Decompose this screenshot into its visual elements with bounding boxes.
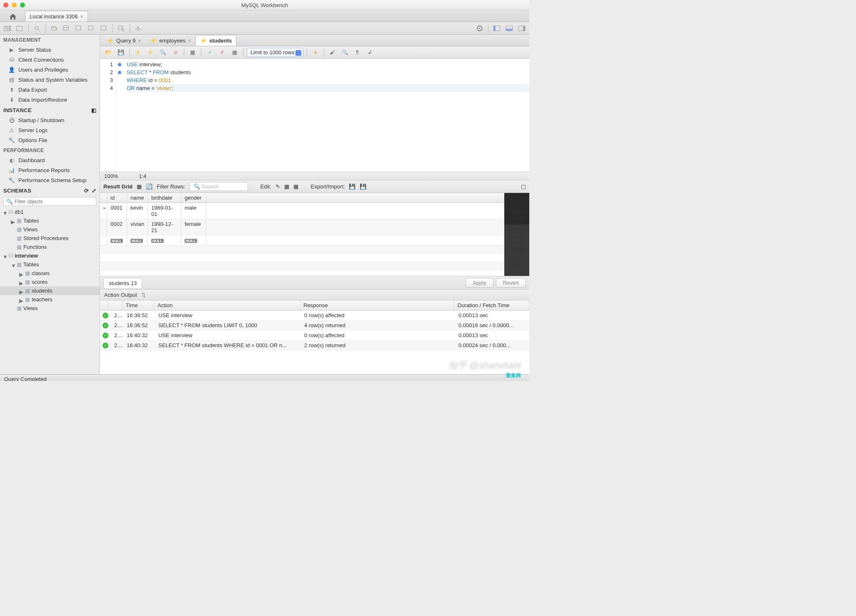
revert-button[interactable]: Revert: [496, 278, 526, 288]
execute-icon[interactable]: ⚡: [133, 48, 143, 57]
save-icon[interactable]: 💾: [116, 48, 126, 57]
invisible-chars-icon[interactable]: ¶: [353, 48, 363, 57]
grid-row[interactable]: ▸ 0001 kevin 1989-01-01 male: [100, 203, 504, 219]
close-tab-icon[interactable]: ×: [188, 38, 191, 44]
action-output-label[interactable]: Action Output: [104, 292, 137, 298]
commit-icon[interactable]: ✓: [205, 48, 215, 57]
sidebar-item-options[interactable]: 🔧Options File: [0, 135, 100, 145]
toggle-autocommit-icon[interactable]: ▦: [188, 48, 198, 57]
column-birthdate[interactable]: birthdate: [148, 193, 181, 203]
sidebar-item-data-export[interactable]: ⬆Data Export: [0, 85, 100, 95]
home-button[interactable]: [3, 12, 23, 22]
tree-db1-fn[interactable]: ▦Functions: [0, 243, 100, 251]
col-time[interactable]: Time: [123, 300, 154, 310]
col-response[interactable]: Response: [300, 300, 454, 310]
tree-db1-tables[interactable]: ▶▦Tables: [0, 216, 100, 225]
wrap-cell-icon[interactable]: ▢: [521, 183, 526, 190]
add-row-icon[interactable]: ▦: [284, 183, 289, 190]
tree-interview[interactable]: ▼⛁interview: [0, 251, 100, 260]
column-name[interactable]: name: [127, 193, 148, 203]
sidebar-item-users[interactable]: 👤Users and Privileges: [0, 65, 100, 75]
refresh-icon[interactable]: 🔄: [146, 183, 153, 190]
grid-row-null[interactable]: NULL NULL NULL NULL: [100, 235, 504, 245]
tree-students[interactable]: ▶▦students: [0, 286, 100, 295]
rollback-icon[interactable]: ✗: [217, 48, 227, 57]
sidebar-item-client-connections[interactable]: ⛁Client Connections: [0, 55, 100, 65]
column-id[interactable]: id: [107, 193, 127, 203]
sidebar-item-startup[interactable]: ⏻Startup / Shutdown: [0, 115, 100, 125]
beautify-icon[interactable]: 🖌: [328, 48, 338, 57]
toggle-icon[interactable]: ▦: [230, 48, 240, 57]
close-tab-icon[interactable]: ×: [80, 14, 83, 20]
sidebar-item-dashboard[interactable]: ◐Dashboard: [0, 155, 100, 165]
panel-right-icon[interactable]: [517, 24, 527, 33]
schema-filter-input[interactable]: [15, 199, 93, 205]
find-icon[interactable]: 🔍: [340, 48, 350, 57]
execute-current-icon[interactable]: ⚡: [145, 48, 155, 57]
filter-rows-input[interactable]: 🔍 Search: [190, 182, 248, 191]
grid-icon[interactable]: ▦: [137, 183, 142, 190]
sidebar-item-status-vars[interactable]: ▤Status and System Variables: [0, 75, 100, 85]
col-duration[interactable]: Duration / Fetch Time: [454, 300, 529, 310]
tab-query9[interactable]: ⚡Query 9×: [103, 35, 145, 46]
delete-row-icon[interactable]: ▦: [293, 183, 298, 190]
panel-bottom-icon[interactable]: [504, 24, 514, 33]
zoom-level[interactable]: 100%: [104, 173, 118, 179]
tree-int-tables[interactable]: ▼▦Tables: [0, 260, 100, 269]
tree-db1-views[interactable]: ▦Views: [0, 225, 100, 234]
tab-employees[interactable]: ⚡employees×: [145, 35, 195, 46]
edit-row-icon[interactable]: ✎: [275, 183, 280, 190]
import-icon[interactable]: 💾: [360, 183, 366, 190]
favorite-icon[interactable]: ★: [310, 48, 320, 57]
output-row[interactable]: ✓2816:40:32USE interview0 row(s) affecte…: [100, 331, 529, 341]
export-icon[interactable]: 💾: [349, 183, 355, 190]
column-gender[interactable]: gender: [181, 193, 206, 203]
result-grid-view-button[interactable]: Result Grid: [504, 193, 529, 225]
more-views-button[interactable]: ⇵: [504, 256, 529, 273]
inspector-icon[interactable]: [32, 24, 42, 33]
grid-row[interactable]: 0002 vivian 1990-12-21 female: [100, 219, 504, 235]
open-file-icon[interactable]: 📂: [103, 48, 113, 57]
sidebar-item-perf-reports[interactable]: 📊Performance Reports: [0, 165, 100, 175]
gear-icon[interactable]: [475, 24, 485, 33]
tree-teachers[interactable]: ▶▦teachers: [0, 295, 100, 304]
sidebar-item-server-status[interactable]: ▶Server Status: [0, 45, 100, 55]
output-row[interactable]: ✓2616:36:52USE interview0 row(s) affecte…: [100, 311, 529, 321]
add-procedure-icon[interactable]: [87, 24, 97, 33]
add-function-icon[interactable]: [99, 24, 109, 33]
tree-int-views[interactable]: ▦Views: [0, 304, 100, 313]
tree-db1-sp[interactable]: ▦Stored Procedures: [0, 234, 100, 243]
col-action[interactable]: Action: [154, 300, 300, 310]
sidebar-item-logs[interactable]: ⚠Server Logs: [0, 125, 100, 135]
explain-icon[interactable]: 🔍: [158, 48, 168, 57]
tab-students[interactable]: ⚡students: [195, 35, 236, 46]
code-body[interactable]: USE interview; SELECT * FROM students WH…: [123, 59, 529, 172]
sidebar-item-data-import[interactable]: ⬇Data Import/Restore: [0, 95, 100, 105]
close-tab-icon[interactable]: ×: [138, 38, 141, 44]
panel-left-icon[interactable]: [492, 24, 502, 33]
connection-tab[interactable]: Local instance 3306 ×: [25, 11, 88, 22]
reconnect-icon[interactable]: [133, 24, 143, 33]
form-editor-view-button[interactable]: Form Editor: [504, 225, 529, 256]
expand-icon[interactable]: ⤢: [92, 188, 96, 194]
new-sql-tab-icon[interactable]: SQL: [3, 24, 13, 33]
add-schema-icon[interactable]: +: [49, 24, 59, 33]
dropdown-icon[interactable]: ⇅: [141, 292, 146, 298]
tree-classes[interactable]: ▶▦classes: [0, 269, 100, 278]
tree-scores[interactable]: ▶▦scores: [0, 278, 100, 286]
add-table-icon[interactable]: [62, 24, 72, 33]
add-view-icon[interactable]: [74, 24, 84, 33]
schema-filter[interactable]: 🔍: [3, 197, 96, 206]
stop-icon[interactable]: ⊘: [170, 48, 180, 57]
apply-button[interactable]: Apply: [466, 278, 493, 288]
wrap-icon[interactable]: ↲: [365, 48, 375, 57]
open-sql-file-icon[interactable]: [15, 24, 25, 33]
sidebar-item-perf-schema[interactable]: 🔧Performance Schema Setup: [0, 175, 100, 185]
limit-rows-select[interactable]: Limit to 1000 rows: [247, 48, 303, 57]
sql-editor[interactable]: 1234 USE interview; SELECT * FROM studen…: [100, 59, 529, 172]
output-row[interactable]: ✓2916:40:32SELECT * FROM students WHERE …: [100, 341, 529, 351]
resultset-tab[interactable]: students 13: [103, 278, 142, 288]
output-row[interactable]: ✓2716:36:52SELECT * FROM students LIMIT …: [100, 321, 529, 331]
result-grid[interactable]: id name birthdate gender ▸ 0001 kevin 19…: [100, 193, 504, 276]
refresh-icon[interactable]: ⟳: [84, 188, 89, 194]
